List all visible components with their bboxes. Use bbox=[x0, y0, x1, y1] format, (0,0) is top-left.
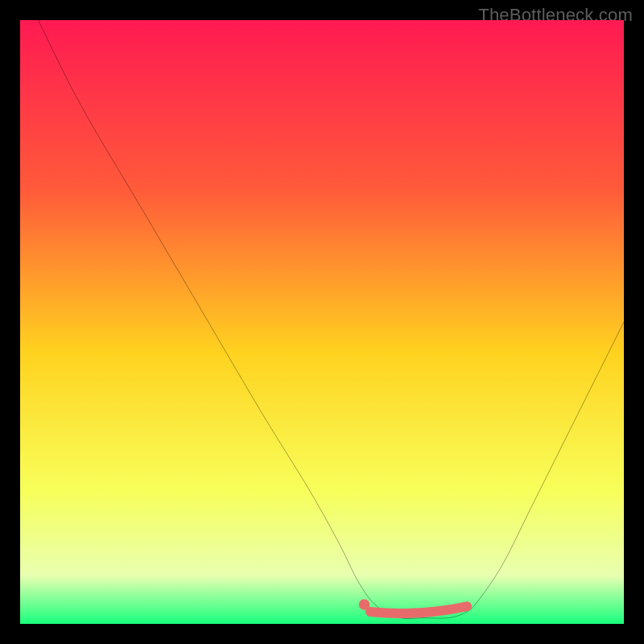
bottleneck-plot bbox=[20, 20, 624, 624]
marker-dot bbox=[359, 599, 369, 610]
chart-stage: TheBottleneck.com bbox=[0, 0, 644, 644]
gradient-background bbox=[20, 20, 624, 624]
